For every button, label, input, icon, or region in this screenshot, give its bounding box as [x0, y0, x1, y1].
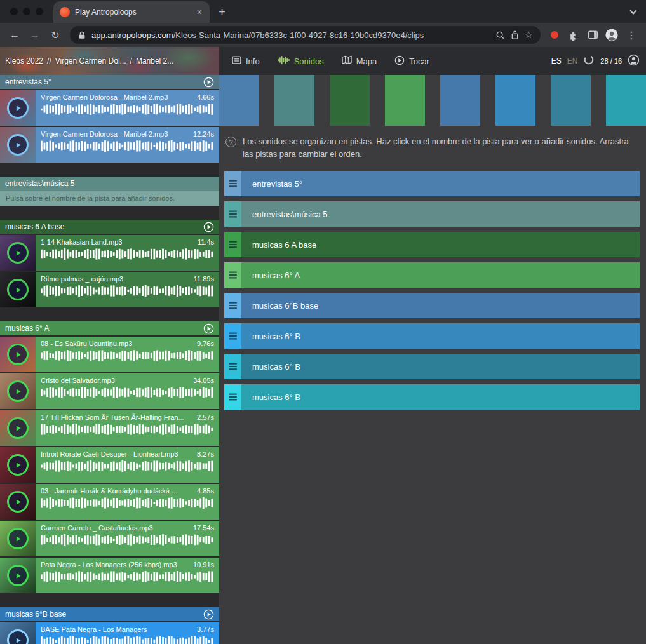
breadcrumb-item[interactable]: Maribel 2... — [136, 57, 173, 65]
share-icon[interactable] — [510, 30, 520, 40]
clip-play-icon[interactable] — [7, 242, 29, 264]
track-color-swatch[interactable] — [385, 75, 425, 126]
track-section-header[interactable]: entrevistas 5° — [0, 75, 219, 89]
extension-record-icon[interactable] — [551, 31, 558, 39]
clip-play-icon[interactable] — [7, 134, 29, 156]
window-zoom-button[interactable] — [36, 8, 43, 15]
track-name[interactable]: musicas 6° A — [241, 262, 640, 288]
track-row[interactable]: entrevistas 5° — [224, 171, 640, 196]
clip-play-icon[interactable] — [7, 417, 29, 439]
track-drag-handle[interactable] — [224, 354, 241, 379]
tab-mapa[interactable]: Mapa — [342, 55, 377, 67]
track-color-swatch[interactable] — [219, 75, 259, 126]
track-play-button[interactable] — [203, 222, 214, 232]
reload-button[interactable]: ↻ — [46, 25, 65, 44]
browser-tab[interactable]: Play Antropoloops × — [53, 1, 210, 23]
track-color-swatch[interactable] — [551, 75, 591, 126]
help-icon[interactable]: ? — [225, 137, 236, 147]
clip-row[interactable]: BASE Pata Negra - Los Managers3.77s — [0, 622, 219, 644]
track-row[interactable]: musicas 6° B — [224, 354, 640, 379]
track-play-button[interactable] — [203, 609, 214, 620]
track-row[interactable]: musicas 6° B — [224, 323, 640, 349]
track-name[interactable]: musicas 6°B base — [241, 293, 640, 318]
clip-play-icon[interactable] — [7, 380, 29, 402]
clip-waveform — [41, 140, 214, 159]
clip-row[interactable]: 03 - Jaromír Horák & Konrádyho dudácká .… — [0, 484, 219, 520]
track-row[interactable]: musicas 6 A base — [224, 232, 640, 257]
track-section-title: musicas 6°B base — [5, 610, 203, 619]
lang-es-button[interactable]: ES — [551, 57, 562, 65]
track-drag-handle[interactable] — [224, 323, 241, 349]
forward-button[interactable]: → — [25, 25, 44, 44]
clip-play-icon[interactable] — [7, 528, 29, 549]
track-drag-handle[interactable] — [224, 232, 241, 257]
account-icon[interactable] — [628, 54, 640, 69]
clip-row[interactable]: Ritmo palmas _ cajón.mp311.89s — [0, 272, 219, 307]
track-play-button[interactable] — [203, 323, 214, 334]
clip-duration: 9.76s — [197, 340, 214, 347]
window-minimize-button[interactable] — [23, 8, 30, 15]
clip-row[interactable]: 08 - Es Sakūru Uguntiņu.mp39.76s — [0, 337, 219, 372]
clip-row[interactable]: Introit Rorate Caeli Desuper - Lionheart… — [0, 447, 219, 483]
tab-search-chevron-icon[interactable] — [631, 10, 636, 13]
clip-play-icon[interactable] — [7, 97, 29, 119]
track-drag-handle[interactable] — [224, 201, 241, 227]
clip-duration: 3.77s — [197, 626, 214, 633]
back-button[interactable]: ← — [5, 25, 24, 44]
clip-play-icon[interactable] — [7, 565, 29, 586]
loading-spinner-icon — [583, 54, 595, 68]
clip-row[interactable]: 1-14 Khakasian Land.mp311.4s — [0, 235, 219, 271]
breadcrumb-remix[interactable]: Virgen Carmen Dol... — [55, 57, 126, 65]
track-name[interactable]: entrevistas\música 5 — [241, 201, 640, 227]
lang-en-button[interactable]: EN — [567, 57, 578, 65]
tab-sonidos[interactable]: Sonidos — [278, 55, 324, 67]
track-section-header[interactable]: entrevistas\música 5 — [0, 177, 219, 191]
clip-play-icon[interactable] — [7, 629, 29, 644]
clip-row[interactable]: 17 Till Flickan Som Är Tusen År-Halling … — [0, 410, 219, 446]
tab-info[interactable]: Info — [232, 55, 260, 67]
tab-tocar[interactable]: Tocar — [394, 55, 429, 67]
track-row[interactable]: entrevistas\música 5 — [224, 201, 640, 227]
track-row[interactable]: musicas 6° A — [224, 262, 640, 288]
new-tab-button[interactable]: + — [219, 6, 225, 18]
track-section-header[interactable]: musicas 6°B base — [0, 607, 219, 621]
track-drag-handle[interactable] — [224, 171, 241, 196]
track-color-swatch[interactable] — [274, 75, 314, 126]
clip-play-icon[interactable] — [7, 344, 29, 365]
bookmark-star-icon[interactable]: ☆ — [525, 29, 533, 41]
track-drag-handle[interactable] — [224, 293, 241, 318]
window-close-button[interactable] — [10, 8, 18, 15]
address-bar[interactable]: app.antropoloops.com/Kleos-Santa-Marina/… — [70, 26, 541, 44]
track-color-swatch[interactable] — [330, 75, 370, 126]
clip-row[interactable]: Cristo del Salvador.mp334.05s — [0, 373, 219, 409]
track-name[interactable]: entrevistas 5° — [241, 171, 640, 196]
menu-icon[interactable]: ⋮ — [622, 25, 641, 44]
extensions-puzzle-icon[interactable] — [565, 26, 582, 44]
clip-row[interactable]: Virgen Carmen Dolorosa - Maribel 2.mp312… — [0, 127, 219, 163]
clip-play-icon[interactable] — [7, 454, 29, 476]
track-drag-handle[interactable] — [224, 384, 241, 410]
track-section-header[interactable]: musicas 6 A base — [0, 220, 219, 234]
clip-row[interactable]: Virgen Carmen Dolorosa - Maribel 2.mp34.… — [0, 90, 219, 126]
track-name[interactable]: musicas 6° B — [241, 354, 640, 379]
track-row[interactable]: musicas 6° B — [224, 384, 640, 410]
clip-play-icon[interactable] — [7, 279, 29, 300]
clip-play-icon[interactable] — [7, 491, 29, 513]
zoom-icon[interactable] — [495, 30, 505, 40]
track-name[interactable]: musicas 6° B — [241, 384, 640, 410]
clip-row[interactable]: Pata Negra - Los Managers (256 kbps).mp3… — [0, 558, 219, 593]
track-play-button[interactable] — [203, 77, 214, 88]
track-row[interactable]: musicas 6°B base — [224, 293, 640, 318]
track-color-swatch[interactable] — [495, 75, 535, 126]
track-name[interactable]: musicas 6 A base — [241, 232, 640, 257]
tab-close-icon[interactable]: × — [196, 7, 203, 17]
breadcrumb-project[interactable]: Kleos 2022 — [5, 57, 43, 65]
side-panel-icon[interactable] — [584, 26, 602, 44]
clip-row[interactable]: Carmen Carreto _ Castañuelas.mp317.54s — [0, 521, 219, 556]
track-color-swatch[interactable] — [606, 75, 646, 126]
profile-avatar[interactable] — [603, 26, 621, 44]
track-drag-handle[interactable] — [224, 262, 241, 288]
track-section-header[interactable]: musicas 6° A — [0, 321, 219, 335]
track-name[interactable]: musicas 6° B — [241, 323, 640, 349]
track-color-swatch[interactable] — [440, 75, 480, 126]
